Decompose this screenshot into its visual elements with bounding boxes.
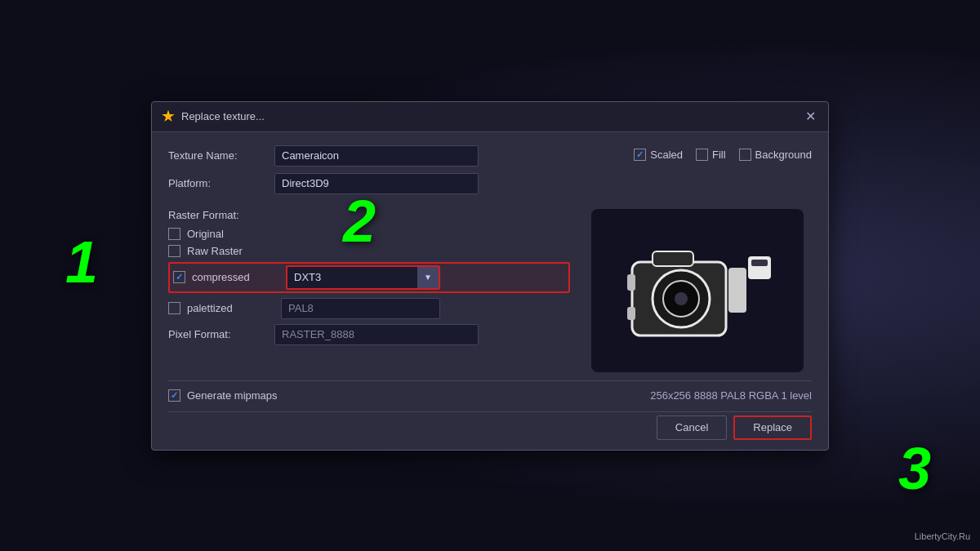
dialog-titlebar: Replace texture... ✕ bbox=[152, 102, 828, 132]
options-section: Scaled Fill Background bbox=[634, 145, 812, 161]
platform-input[interactable] bbox=[274, 173, 479, 194]
image-info-text: 256x256 8888 PAL8 RGBA 1 level bbox=[650, 389, 812, 402]
watermark: LibertyCity.Ru bbox=[915, 531, 970, 541]
annotation-2: 2 bbox=[343, 188, 376, 255]
dialog-body: Texture Name: Platform: Scaled Fill bbox=[152, 132, 828, 450]
top-section: Texture Name: Platform: Scaled Fill bbox=[168, 145, 812, 201]
background-checkbox[interactable] bbox=[739, 149, 751, 161]
palettized-label: palettized bbox=[187, 302, 281, 314]
middle-section: Raster Format: Original Raw Raster compr… bbox=[168, 209, 812, 372]
scaled-checkbox[interactable] bbox=[634, 149, 646, 161]
title-left: Replace texture... bbox=[162, 110, 265, 123]
compressed-label: compressed bbox=[192, 271, 286, 283]
compressed-checkbox[interactable] bbox=[173, 271, 185, 283]
compressed-row: compressed DXT3 ▼ bbox=[168, 262, 570, 293]
bottom-info-row: Generate mipmaps 256x256 8888 PAL8 RGBA … bbox=[168, 389, 812, 402]
preview-column bbox=[583, 209, 812, 372]
generate-mipmaps-checkbox[interactable] bbox=[168, 389, 180, 402]
cancel-button[interactable]: Cancel bbox=[657, 415, 727, 440]
svg-rect-5 bbox=[653, 251, 693, 266]
texture-name-label: Texture Name: bbox=[168, 149, 274, 162]
annotation-3: 3 bbox=[898, 435, 931, 502]
svg-rect-10 bbox=[627, 307, 635, 320]
mipmaps-section: Generate mipmaps bbox=[168, 389, 278, 402]
replace-texture-dialog: Replace texture... ✕ Texture Name: Platf… bbox=[151, 101, 829, 451]
texture-name-input[interactable] bbox=[274, 145, 479, 167]
original-radio[interactable] bbox=[168, 228, 180, 240]
scaled-label: Scaled bbox=[650, 149, 683, 161]
svg-rect-8 bbox=[751, 260, 768, 266]
generate-mipmaps-label: Generate mipmaps bbox=[187, 389, 278, 402]
dxt-dropdown-wrapper: DXT3 ▼ bbox=[286, 265, 440, 290]
pixel-format-label: Pixel Format: bbox=[168, 328, 274, 340]
separator bbox=[168, 380, 812, 381]
replace-button[interactable]: Replace bbox=[733, 415, 812, 440]
pixel-format-input bbox=[274, 324, 479, 345]
svg-rect-9 bbox=[627, 274, 635, 291]
background-label: Background bbox=[755, 149, 812, 161]
texture-name-row: Texture Name: bbox=[168, 145, 617, 167]
scaled-option: Scaled bbox=[634, 149, 683, 161]
background-option: Background bbox=[739, 149, 812, 161]
action-buttons-row: Cancel Replace bbox=[168, 411, 812, 440]
palettized-radio[interactable] bbox=[168, 302, 180, 314]
original-label: Original bbox=[187, 228, 281, 240]
raw-raster-radio[interactable] bbox=[168, 245, 180, 257]
svg-point-4 bbox=[675, 292, 688, 305]
pixel-format-row: Pixel Format: bbox=[168, 324, 570, 345]
close-button[interactable]: ✕ bbox=[802, 109, 818, 125]
fill-label: Fill bbox=[712, 149, 726, 161]
dialog-title: Replace texture... bbox=[181, 110, 265, 122]
camera-preview-svg bbox=[608, 217, 787, 364]
fill-option: Fill bbox=[696, 149, 726, 161]
palettized-row: palettized bbox=[168, 298, 570, 319]
dxt-dropdown-arrow: ▼ bbox=[417, 267, 439, 288]
platform-label: Platform: bbox=[168, 177, 274, 189]
preview-image-box bbox=[591, 209, 804, 372]
dxt-value[interactable]: DXT3 bbox=[287, 267, 439, 288]
raw-raster-label: Raw Raster bbox=[187, 245, 281, 257]
title-star-icon bbox=[162, 110, 175, 123]
svg-rect-6 bbox=[728, 268, 746, 313]
palettized-input bbox=[281, 298, 440, 319]
texture-name-section: Texture Name: Platform: bbox=[168, 145, 617, 201]
fill-checkbox[interactable] bbox=[696, 149, 708, 161]
annotation-1: 1 bbox=[65, 229, 98, 295]
platform-row: Platform: bbox=[168, 173, 617, 194]
